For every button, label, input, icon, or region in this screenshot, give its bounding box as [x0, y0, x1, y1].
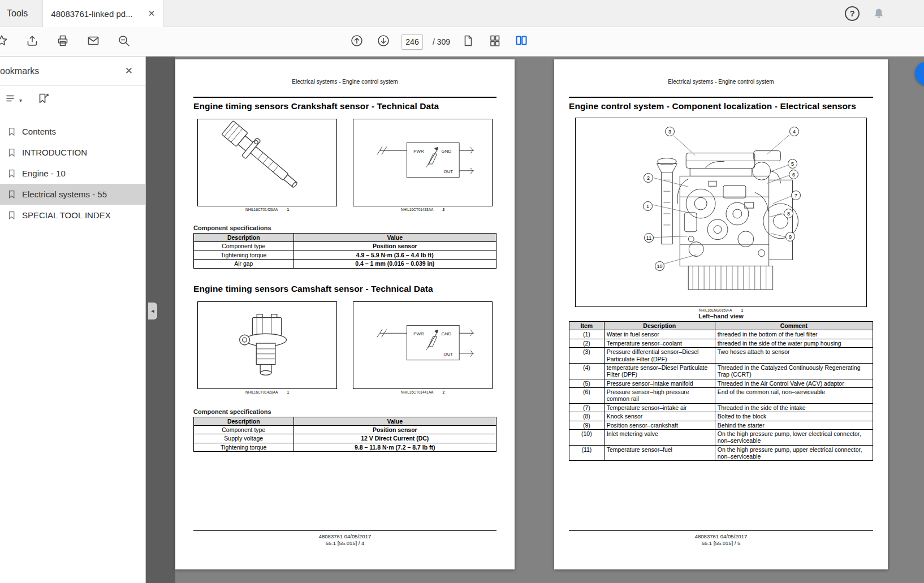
sidebar-item-label: Engine - 10 — [22, 169, 66, 178]
page-up-button[interactable] — [348, 33, 365, 50]
svg-text:OUT: OUT — [444, 351, 454, 356]
column-header: Value — [293, 234, 496, 242]
table-cell: (11) — [569, 445, 605, 461]
email-button[interactable] — [85, 33, 102, 50]
pdf-page-right[interactable]: Electrical systems - Engine control syst… — [554, 59, 888, 569]
view-label: Left–hand view — [569, 313, 873, 319]
bookmarks-close-icon[interactable]: ✕ — [122, 64, 136, 78]
figure-crankshaft-circuit: PWR GND OUT NHIL16CT01433AA2 — [353, 119, 493, 211]
tab-document[interactable]: 48083761-linked pd... ✕ — [42, 0, 163, 27]
single-page-view-button[interactable] — [460, 33, 477, 50]
callout-10: 10 — [655, 261, 664, 271]
page-header: Electrical systems - Engine control syst… — [569, 59, 873, 85]
upload-share-icon — [25, 34, 39, 50]
tab-close-icon[interactable]: ✕ — [146, 7, 158, 20]
page-down-button[interactable] — [375, 33, 392, 50]
table-cell: Inlet metering valve — [604, 429, 715, 445]
divider — [569, 97, 873, 98]
tab-document-label: 48083761-linked pd... — [51, 9, 140, 19]
table-row: Supply voltage12 V Direct Current (DC) — [194, 434, 496, 443]
table-header-row: ItemDescriptionComment — [569, 322, 873, 330]
help-icon[interactable]: ? — [845, 6, 860, 21]
table-row: (10)Inlet metering valveOn the high pres… — [569, 429, 873, 445]
table-header-row: DescriptionValue — [194, 234, 496, 242]
sidebar-item-engine[interactable]: Engine - 10 — [0, 163, 145, 184]
table-cell: On the high pressure pump, upper electri… — [715, 445, 873, 461]
table-cell: (2) — [569, 339, 605, 347]
table-cell: Threaded in the Air Control Valve (ACV) … — [715, 379, 873, 387]
figure-crankshaft-sensor: NHIL16CT01426AA1 — [197, 119, 337, 211]
callout-8: 8 — [784, 209, 793, 218]
arrow-down-circle-icon — [377, 34, 390, 50]
column-header: Description — [194, 417, 294, 425]
bookmark-options-button[interactable]: ▾ — [5, 92, 22, 108]
page-header: Electrical systems - Engine control syst… — [193, 59, 496, 85]
table-cell: 9.8 – 11.8 N·m (7.2 – 8.7 lb ft) — [293, 443, 496, 451]
footer-page-number: 55.1 [55.015] / 4 — [193, 540, 496, 547]
callout-2: 2 — [644, 173, 653, 183]
table-cell: Position sensor — [293, 425, 496, 434]
bookmark-pen-icon — [37, 92, 50, 108]
table-cell: (9) — [569, 421, 605, 429]
bookmark-list: Contents INTRODUCTION Engine - 10 Electr… — [0, 114, 145, 226]
table-cell: Pressure sensor–intake manifold — [604, 379, 715, 387]
callout-5: 5 — [788, 159, 797, 169]
table-row: Air gap0.4 – 1 mm (0.016 – 0.039 in) — [194, 260, 496, 268]
table-cell: End of the common rail, non–serviceable — [715, 388, 873, 404]
table-cell: (3) — [569, 348, 605, 364]
zoom-out-button[interactable] — [115, 33, 132, 50]
page-scrolling-view-button[interactable] — [486, 33, 503, 50]
page-footer: 48083761 04/05/2017 55.1 [55.015] / 5 — [569, 530, 873, 547]
print-button[interactable] — [54, 33, 71, 50]
sidebar-item-label: SPECIAL TOOL INDEX — [22, 210, 111, 220]
spec-table-crankshaft: DescriptionValueComponent typePosition s… — [193, 233, 496, 269]
single-page-icon — [461, 34, 475, 50]
sidebar-item-special-tool-index[interactable]: SPECIAL TOOL INDEX — [0, 205, 145, 226]
sidebar-item-contents[interactable]: Contents — [0, 121, 145, 142]
share-button[interactable] — [24, 33, 41, 50]
svg-text:PWR: PWR — [413, 149, 424, 154]
table-row: (4)temperature sensor–Diesel Particulate… — [569, 363, 873, 379]
figure-caption: NHIL16CT01433AA2 — [353, 208, 493, 211]
component-localization-table: ItemDescriptionComment(1)Water in fuel s… — [569, 321, 873, 461]
table-cell: (5) — [569, 379, 605, 387]
table-cell: 0.4 – 1 mm (0.016 – 0.039 in) — [293, 260, 496, 268]
table-cell: Water in fuel sensor — [604, 330, 715, 339]
favorites-star-button[interactable] — [0, 33, 10, 50]
tab-tools[interactable]: Tools — [0, 0, 42, 27]
tab-bar: Tools 48083761-linked pd... ✕ ? — [0, 0, 924, 27]
component-specifications-label: Component specifications — [193, 408, 496, 415]
table-cell: Threaded in the side of the intake — [715, 403, 873, 412]
document-area: ◄ Electrical systems - Engine control sy… — [146, 57, 924, 583]
notifications-bell-icon[interactable] — [872, 7, 886, 20]
svg-text:PWR: PWR — [413, 331, 424, 336]
two-page-view-button[interactable] — [513, 33, 530, 50]
column-header: Item — [569, 322, 605, 330]
printer-icon — [56, 34, 70, 50]
page-number-input[interactable] — [401, 34, 423, 50]
table-cell: Knock sensor — [604, 412, 715, 421]
pdf-page-left[interactable]: Electrical systems - Engine control syst… — [175, 59, 515, 569]
svg-text:GND: GND — [442, 331, 452, 336]
sidebar-item-electrical-systems[interactable]: Electrical systems - 55 — [0, 184, 145, 205]
page-count-label: / 309 — [433, 37, 450, 46]
table-row: (7)Temperature sensor–intake airThreaded… — [569, 403, 873, 412]
spec-table-camshaft: DescriptionValueComponent typePosition s… — [193, 417, 496, 452]
collapse-arrow-icon: ◄ — [150, 308, 156, 314]
bookmark-icon — [7, 189, 17, 200]
figure-caption: NHIL16ENG0159FA1 — [569, 308, 873, 312]
figure-camshaft-circuit: PWR GND OUT NHIL16CT01441AA2 — [353, 301, 493, 394]
footer-page-number: 55.1 [55.015] / 5 — [569, 540, 873, 547]
table-row: (2)Temperature sensor–coolantthreaded in… — [569, 339, 873, 347]
bookmark-icon — [7, 169, 17, 179]
figure-camshaft-sensor: NHIL16CT01428AA1 — [197, 301, 337, 394]
table-row: (6)Pressure sensor–high pressure common … — [569, 388, 873, 404]
figure-engine-left-view: 1 2 3 4 5 6 7 8 9 10 11 — [575, 118, 867, 307]
table-row: (11)Temperature sensor–fuelOn the high p… — [569, 445, 873, 461]
sidebar-item-introduction[interactable]: INTRODUCTION — [0, 142, 145, 163]
find-current-bookmark-button[interactable] — [37, 92, 50, 108]
divider — [193, 97, 496, 98]
sidebar-collapse-handle[interactable]: ◄ — [148, 303, 157, 319]
table-row: (9)Position sensor–crankshaftBehind the … — [569, 421, 873, 429]
table-cell: On the high pressure pump, lower electri… — [715, 429, 873, 445]
